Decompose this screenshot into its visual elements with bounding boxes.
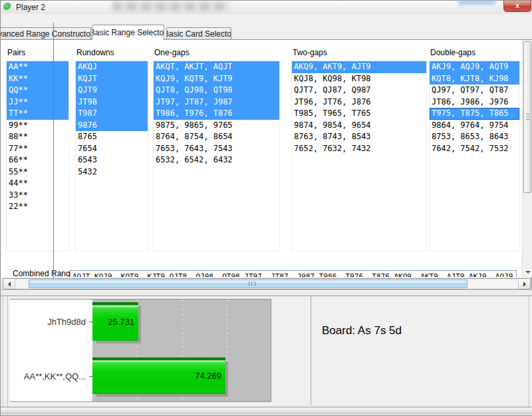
list-item[interactable]: 8753, 8653, 8643 bbox=[430, 131, 519, 143]
hand-listbox[interactable]: AKQ9, AKT9, AJT9KQJ8, KQ98, KT98QJT7, QJ… bbox=[291, 61, 427, 252]
scrollbar-grip-icon bbox=[526, 114, 530, 120]
list-item[interactable]: T986, T976, T876 bbox=[154, 108, 279, 120]
tab-bar: vanced Range ConstructorBasic Range Sele… bbox=[1, 14, 532, 39]
pane-splitter[interactable] bbox=[1, 290, 532, 296]
scroll-right-button[interactable] bbox=[518, 279, 530, 289]
list-item[interactable]: 7654 bbox=[76, 143, 148, 155]
list-item[interactable]: JT96, JT76, J876 bbox=[292, 97, 426, 108]
title-bar[interactable]: Player 2 x bbox=[1, 1, 532, 14]
list-item[interactable]: QJT9 bbox=[76, 85, 148, 97]
list-item[interactable]: 77** bbox=[7, 143, 68, 155]
list-item[interactable]: JT86, J986, J976 bbox=[430, 97, 519, 108]
bar-category-label: AA**,KK**,QQ... bbox=[24, 371, 86, 381]
list-item[interactable]: 55** bbox=[7, 166, 68, 178]
list-item[interactable]: 33** bbox=[7, 190, 68, 202]
tab-vanced-range-constructor[interactable]: vanced Range Constructor bbox=[0, 27, 91, 39]
arrow-down-icon bbox=[525, 271, 531, 274]
vertical-scrollbar-thumb[interactable] bbox=[523, 41, 531, 193]
list-item[interactable]: JT97, JT87, J987 bbox=[154, 97, 279, 108]
redacted-title-text bbox=[112, 2, 229, 11]
chart-label-area: JhTh9d8dAA**,KK**,QQ... bbox=[10, 300, 92, 401]
bar-category-label: JhTh9d8d bbox=[47, 317, 86, 327]
list-item[interactable]: T985, T965, T765 bbox=[292, 108, 426, 120]
list-item[interactable]: KQJT bbox=[76, 73, 148, 85]
list-item[interactable]: T987 bbox=[76, 108, 148, 120]
equity-bar-chart: JhTh9d8dAA**,KK**,QQ... 25.73174.269 bbox=[10, 299, 271, 402]
board-panel-divider bbox=[311, 296, 311, 405]
frame-line bbox=[3, 296, 3, 407]
list-item[interactable]: 9874, 9854, 9654 bbox=[292, 120, 426, 132]
gridline bbox=[227, 300, 227, 401]
frame-line bbox=[1, 409, 532, 409]
list-item[interactable]: JT98 bbox=[76, 97, 148, 108]
column-header: Two-gaps bbox=[293, 48, 327, 57]
list-item[interactable]: 7652, 7632, 7432 bbox=[292, 143, 426, 155]
arrow-left-icon bbox=[8, 282, 11, 287]
list-item[interactable]: T975, T875, T865 bbox=[430, 108, 519, 120]
bar-value-label: 25.731 bbox=[108, 317, 138, 327]
chart-plot-area: 25.73174.269 bbox=[92, 300, 271, 401]
list-item[interactable]: QJT8, QJ98, QT98 bbox=[154, 85, 279, 97]
scrollbar-grip-icon bbox=[249, 282, 255, 286]
equity-bar: 25.731 bbox=[92, 302, 138, 341]
list-item[interactable]: 8765 bbox=[76, 131, 148, 143]
equity-bar: 74.269 bbox=[92, 357, 225, 394]
list-item[interactable]: 9876 bbox=[76, 120, 148, 132]
combined-range-label: Combined Range bbox=[13, 269, 74, 277]
tab-basic-card-selector[interactable]: Basic Card Selector bbox=[166, 27, 231, 39]
list-item[interactable]: 22** bbox=[7, 201, 68, 213]
column-header: One-gaps bbox=[154, 48, 190, 57]
hand-listbox[interactable]: AKQJKQJTQJT9JT98T98798768765765465435432 bbox=[75, 61, 148, 252]
list-item[interactable]: 88** bbox=[7, 131, 68, 143]
list-item[interactable]: JJ** bbox=[7, 97, 68, 108]
list-item[interactable]: 5432 bbox=[76, 166, 148, 178]
list-item[interactable]: 99** bbox=[7, 120, 68, 132]
list-item[interactable]: 6543 bbox=[76, 154, 148, 166]
list-item[interactable]: TT** bbox=[7, 108, 68, 120]
list-item[interactable]: KK** bbox=[7, 73, 68, 85]
scroll-left-button[interactable] bbox=[3, 279, 15, 289]
list-item[interactable]: 7642, 7542, 7532 bbox=[430, 143, 519, 155]
frame-line bbox=[1, 413, 532, 413]
list-item[interactable]: 8763, 8743, 8543 bbox=[292, 131, 426, 143]
list-item[interactable]: 66** bbox=[7, 154, 68, 166]
list-item[interactable]: KQJ9, KQT9, KJT9 bbox=[154, 73, 279, 85]
combined-range-field[interactable]: AQJT,KQJ9, KQT9, KJT9,QJT8, QJ98, QT98,J… bbox=[70, 270, 517, 277]
vertical-splitter-line bbox=[53, 23, 54, 278]
arrow-right-icon bbox=[523, 282, 526, 287]
list-item[interactable]: 9864, 9764, 9754 bbox=[430, 120, 519, 132]
list-item[interactable]: QJ97, QT97, QT87 bbox=[430, 85, 519, 97]
equity-pane: JhTh9d8dAA**,KK**,QQ... 25.73174.269 Boa… bbox=[1, 296, 532, 407]
vertical-scrollbar[interactable] bbox=[522, 40, 532, 277]
list-item[interactable]: QJT7, QJ87, Q987 bbox=[292, 85, 426, 97]
list-item[interactable]: KQT8, KJT8, KJ98 bbox=[430, 73, 519, 85]
app-icon bbox=[3, 3, 12, 11]
list-item[interactable]: 9875, 9865, 9765 bbox=[154, 120, 279, 132]
list-item[interactable]: QQ** bbox=[7, 85, 68, 97]
column-header: Pairs bbox=[7, 48, 25, 57]
column-header: Double-gaps bbox=[430, 48, 475, 57]
horizontal-scrollbar[interactable] bbox=[3, 278, 531, 290]
tab-basic-range-selector[interactable]: Basic Range Selector bbox=[92, 25, 164, 40]
list-item[interactable]: 7653, 7643, 7543 bbox=[154, 143, 279, 155]
board-text: Board: As 7s 5d bbox=[322, 324, 402, 337]
hand-listbox[interactable]: AA**KK**QQ**JJ**TT**99**88**77**66**55**… bbox=[6, 61, 69, 252]
list-item[interactable]: 8764, 8754, 8654 bbox=[154, 131, 279, 143]
list-item[interactable]: 44** bbox=[7, 178, 68, 190]
list-item[interactable]: AKJ9, AQJ9, AQT9 bbox=[430, 61, 519, 73]
player-window: Player 2 x vanced Range ConstructorBasic… bbox=[0, 0, 532, 416]
close-button[interactable]: x bbox=[503, 1, 531, 12]
list-item[interactable]: 6532, 6542, 6432 bbox=[154, 154, 279, 166]
list-item[interactable]: AKQJ bbox=[76, 61, 148, 73]
horizontal-scrollbar-thumb[interactable] bbox=[29, 280, 467, 288]
list-item[interactable]: KQJ8, KQ98, KT98 bbox=[292, 73, 426, 85]
frame-line bbox=[7, 296, 8, 407]
list-item[interactable]: AA** bbox=[7, 61, 68, 73]
hand-listbox[interactable]: AKQT, AKJT, AQJTKQJ9, KQT9, KJT9QJT8, QJ… bbox=[153, 61, 280, 252]
list-item[interactable]: AKQ9, AKT9, AJT9 bbox=[292, 61, 426, 73]
scroll-down-button[interactable] bbox=[523, 268, 532, 276]
hand-listbox[interactable]: AKJ9, AQJ9, AQT9KQT8, KJT8, KJ98QJ97, QT… bbox=[429, 61, 520, 252]
column-header: Rundowns bbox=[76, 48, 114, 57]
background-window-fragment bbox=[458, 1, 495, 5]
list-item[interactable]: AKQT, AKJT, AQJT bbox=[154, 61, 279, 73]
